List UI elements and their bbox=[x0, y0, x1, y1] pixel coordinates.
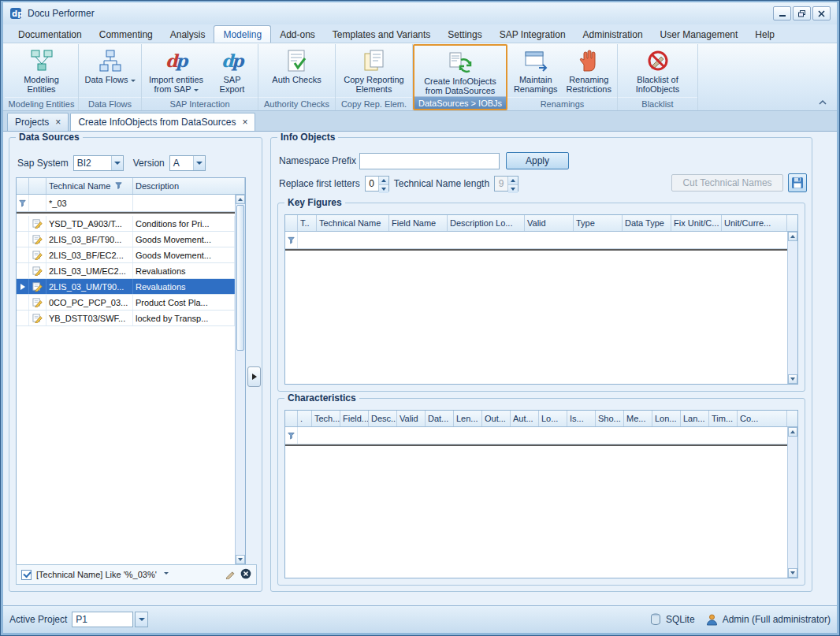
ribbon-tab[interactable]: SAP Integration bbox=[491, 26, 574, 43]
copy-reporting-elements-button[interactable]: Copy Reporting Elements bbox=[341, 46, 407, 95]
tab-close-icon[interactable]: × bbox=[242, 118, 247, 126]
maintain-renamings-button[interactable]: Maintain Renamings bbox=[509, 46, 563, 95]
scroll-down-button[interactable] bbox=[236, 555, 245, 564]
datasource-row[interactable]: YSD_TD_A903/T... Conditions for Pri... bbox=[17, 216, 235, 232]
ribbon-tab[interactable]: Add-ons bbox=[271, 26, 324, 43]
clear-filter-button[interactable] bbox=[240, 568, 251, 581]
column-header-technical-name[interactable]: Technical Name bbox=[46, 178, 133, 194]
user-label[interactable]: Admin (Full administrator) bbox=[723, 614, 831, 625]
column-header[interactable]: Lon... bbox=[652, 411, 681, 426]
filter-cell[interactable] bbox=[298, 232, 787, 248]
column-header[interactable]: Unit/Curre... bbox=[722, 215, 787, 231]
datasource-row[interactable]: 2LIS_03_UM/EC2... Revaluations bbox=[17, 263, 235, 279]
minimize-button[interactable] bbox=[773, 6, 791, 20]
tab-projects[interactable]: Projects × bbox=[7, 113, 69, 131]
vertical-scrollbar[interactable] bbox=[235, 195, 245, 564]
edit-filter-button[interactable] bbox=[225, 569, 236, 581]
vertical-scrollbar[interactable] bbox=[787, 427, 797, 578]
ribbon-tab[interactable]: Analysis bbox=[162, 26, 214, 43]
scroll-up-button[interactable] bbox=[788, 232, 797, 241]
datasource-row[interactable]: 2LIS_03_BF/EC2... Goods Movement... bbox=[17, 247, 235, 263]
ribbon-tab[interactable]: Settings bbox=[439, 26, 490, 43]
column-header[interactable]: Technical Name bbox=[317, 215, 389, 231]
technical-name-filter-cell[interactable]: *_03 bbox=[46, 195, 133, 211]
transfer-right-button[interactable] bbox=[247, 366, 261, 387]
filter-funnel-icon[interactable] bbox=[115, 182, 122, 189]
save-button[interactable] bbox=[788, 173, 807, 192]
technical-name-length-spinner[interactable]: 9 bbox=[494, 176, 518, 192]
column-header[interactable]: Out... bbox=[482, 411, 511, 426]
column-header[interactable]: Type bbox=[574, 215, 623, 231]
ribbon-tab[interactable]: Help bbox=[746, 26, 783, 43]
apply-button[interactable]: Apply bbox=[506, 152, 569, 169]
data-flows-button[interactable]: Data Flows bbox=[82, 46, 139, 85]
replace-first-letters-spinner[interactable]: 0 bbox=[365, 176, 389, 192]
active-project-dropdown-button[interactable] bbox=[135, 612, 148, 627]
blacklist-of-infoobjects-button[interactable]: Blacklist of InfoObjects bbox=[627, 46, 689, 95]
chevron-down-icon[interactable] bbox=[193, 156, 205, 170]
filter-dropdown-caret-icon[interactable] bbox=[164, 572, 169, 577]
filter-expression[interactable]: [Technical Name] Like '%_03%' bbox=[36, 570, 157, 579]
database-label[interactable]: SQLite bbox=[666, 614, 695, 625]
sap-system-combo[interactable]: BI2 bbox=[73, 155, 124, 171]
ribbon-tab[interactable]: Templates and Variants bbox=[324, 26, 440, 43]
column-header[interactable]: Lan... bbox=[681, 411, 709, 426]
scroll-up-button[interactable] bbox=[236, 195, 245, 204]
column-header[interactable]: T.. bbox=[298, 215, 317, 231]
vertical-scrollbar[interactable] bbox=[787, 232, 797, 384]
column-header[interactable]: Me... bbox=[624, 411, 652, 426]
restore-button[interactable] bbox=[793, 6, 811, 20]
scrollbar-thumb[interactable] bbox=[236, 205, 244, 351]
spin-up-icon[interactable] bbox=[508, 177, 518, 184]
title-bar[interactable]: dp Docu Performer bbox=[3, 2, 837, 24]
column-header[interactable]: Is... bbox=[567, 411, 596, 426]
close-button[interactable] bbox=[812, 6, 831, 20]
description-filter-cell[interactable] bbox=[133, 195, 245, 211]
column-header[interactable]: Sho... bbox=[596, 411, 624, 426]
auth-checks-button[interactable]: Auth Checks bbox=[266, 46, 328, 85]
import-entities-from-sap-button[interactable]: dp Import entities from SAP bbox=[144, 46, 209, 95]
tab-create-infoobjects[interactable]: Create InfoObjects from DataSources × bbox=[70, 113, 255, 131]
column-header[interactable]: Tim... bbox=[709, 411, 738, 426]
ribbon-tab[interactable]: Documentation bbox=[9, 26, 91, 43]
ribbon-tab[interactable]: Commenting bbox=[91, 26, 162, 43]
filter-cell[interactable] bbox=[298, 427, 787, 444]
renaming-restrictions-button[interactable]: Renaming Restrictions bbox=[563, 46, 616, 95]
chevron-down-icon[interactable] bbox=[111, 156, 123, 170]
ribbon-collapse-button[interactable] bbox=[816, 96, 829, 107]
column-header[interactable]: . bbox=[298, 411, 312, 426]
ribbon-tab[interactable]: User Management bbox=[652, 26, 747, 43]
create-infoobjects-from-datasources-button[interactable]: Create InfoObjects from DataSources bbox=[416, 47, 504, 96]
column-header[interactable]: Lo... bbox=[539, 411, 567, 426]
datasource-row[interactable]: 2LIS_03_UM/T90... Revaluations bbox=[17, 279, 235, 295]
datasource-row[interactable]: YB_DSTT03/SWF... locked by Transp... bbox=[17, 311, 235, 326]
column-header[interactable]: Data Type bbox=[623, 215, 671, 231]
ribbon-tab[interactable]: Administration bbox=[574, 26, 652, 43]
column-header[interactable]: Desc... bbox=[369, 411, 397, 426]
datasource-row[interactable]: 2LIS_03_BF/T90... Goods Movement... bbox=[17, 232, 235, 247]
column-header[interactable]: Fix Unit/C... bbox=[671, 215, 722, 231]
column-header[interactable]: Dat... bbox=[426, 411, 454, 426]
spin-down-icon[interactable] bbox=[379, 184, 388, 193]
spin-down-icon[interactable] bbox=[508, 184, 518, 193]
column-header[interactable]: Field... bbox=[340, 411, 369, 426]
column-header[interactable]: Valid bbox=[397, 411, 426, 426]
active-project-combo[interactable]: P1 bbox=[72, 612, 133, 627]
namespace-prefix-input[interactable] bbox=[359, 153, 500, 169]
modeling-entities-button[interactable]: Modeling Entities bbox=[8, 46, 76, 95]
column-header[interactable]: Co... bbox=[738, 411, 787, 426]
ribbon-tab[interactable]: Modeling bbox=[214, 25, 271, 43]
column-header[interactable]: Tech... bbox=[312, 411, 340, 426]
spin-up-icon[interactable] bbox=[379, 177, 388, 184]
sap-export-button[interactable]: dp SAP Export bbox=[209, 46, 256, 95]
tab-close-icon[interactable]: × bbox=[55, 118, 61, 126]
column-header[interactable]: Field Name bbox=[389, 215, 448, 231]
column-header-description[interactable]: Description bbox=[133, 178, 245, 194]
column-header[interactable]: Len... bbox=[454, 411, 482, 426]
cut-technical-names-button[interactable]: Cut Technical Names bbox=[671, 174, 783, 192]
column-header[interactable]: Valid bbox=[525, 215, 574, 231]
scroll-down-button[interactable] bbox=[788, 374, 797, 384]
scroll-down-button[interactable] bbox=[788, 568, 797, 578]
column-header[interactable]: Aut... bbox=[511, 411, 539, 426]
filter-enabled-checkbox[interactable] bbox=[21, 570, 32, 580]
